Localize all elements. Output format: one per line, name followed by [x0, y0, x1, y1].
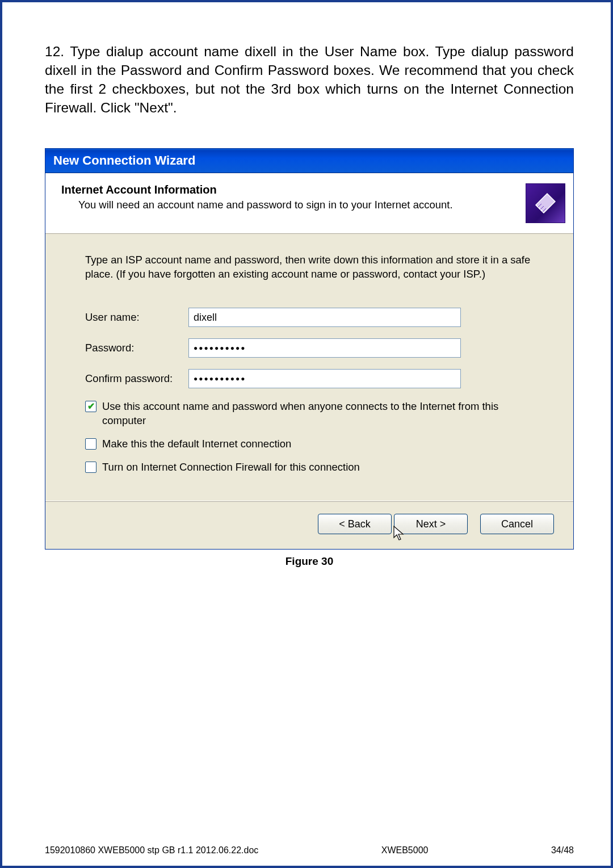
password-label: Password: — [85, 342, 188, 354]
cancel-button[interactable]: Cancel — [480, 514, 554, 534]
confirm-password-input[interactable] — [188, 369, 461, 388]
username-label: User name: — [85, 311, 188, 324]
wizard-header-subtitle: You will need an account name and passwo… — [61, 199, 526, 211]
password-input[interactable] — [188, 338, 461, 358]
checkbox-firewall-row[interactable]: Turn on Internet Connection Firewall for… — [85, 460, 545, 475]
back-button[interactable]: < Back — [318, 514, 392, 534]
checkbox-use-account-row[interactable]: ✔ Use this account name and password whe… — [85, 400, 545, 428]
instruction-paragraph: 12. Type dialup account name dixell in t… — [45, 42, 574, 117]
checkbox-default-connection-label: Make this the default Internet connectio… — [102, 437, 291, 451]
footer-right: 34/48 — [551, 845, 574, 856]
checkbox-firewall[interactable] — [85, 462, 96, 473]
wizard-titlebar: New Connection Wizard — [45, 149, 573, 173]
checkbox-default-connection-row[interactable]: Make this the default Internet connectio… — [85, 437, 545, 451]
figure-caption: Figure 30 — [45, 555, 574, 568]
wizard-footer: < Back Next > Cancel — [45, 501, 573, 549]
wizard-body-intro: Type an ISP account name and password, t… — [85, 253, 545, 282]
wizard-icon — [526, 183, 565, 223]
checkbox-use-account[interactable]: ✔ — [85, 401, 96, 412]
password-row: Password: — [85, 338, 545, 358]
checkbox-use-account-label: Use this account name and password when … — [102, 400, 545, 428]
checkbox-default-connection[interactable] — [85, 438, 96, 450]
username-row: User name: — [85, 308, 545, 327]
confirm-password-row: Confirm password: — [85, 369, 545, 388]
wizard-body: Type an ISP account name and password, t… — [45, 234, 573, 501]
page-footer: 1592010860 XWEB5000 stp GB r1.1 2012.06.… — [2, 845, 611, 856]
next-button[interactable]: Next > — [394, 514, 468, 534]
username-input[interactable] — [188, 308, 461, 327]
footer-center: XWEB5000 — [381, 845, 429, 856]
footer-left: 1592010860 XWEB5000 stp GB r1.1 2012.06.… — [45, 845, 258, 856]
wizard-window: New Connection Wizard Internet Account I… — [45, 148, 574, 550]
wizard-header: Internet Account Information You will ne… — [45, 173, 573, 234]
wizard-header-title: Internet Account Information — [61, 183, 526, 196]
checkbox-firewall-label: Turn on Internet Connection Firewall for… — [102, 460, 360, 475]
confirm-password-label: Confirm password: — [85, 372, 188, 385]
